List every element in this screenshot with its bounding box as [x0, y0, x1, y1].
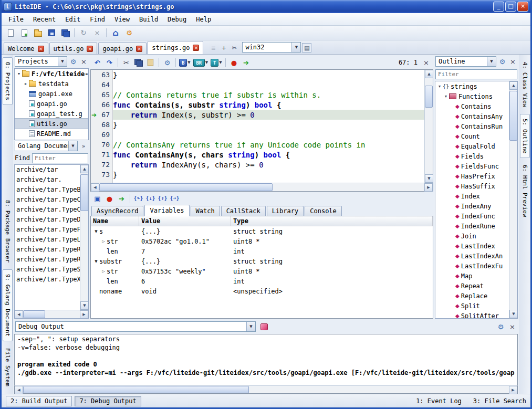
cut-icon[interactable]: ✂ — [121, 57, 132, 68]
scroll-thumb[interactable] — [23, 386, 249, 393]
dock-tab-8-package-browser[interactable]: 8: Package Browser — [3, 195, 13, 267]
outline-item-indexrune[interactable]: ◆IndexRune — [435, 221, 509, 231]
overflow-chevron-icon[interactable]: » — [79, 141, 88, 151]
outline-item-indexfunc[interactable]: ◆IndexFunc — [435, 211, 509, 221]
debug-tab-console[interactable]: Console — [305, 206, 342, 216]
dock-tab-0-projects[interactable]: 0: Projects — [3, 57, 13, 105]
scroll-left-icon[interactable]: ◀ — [91, 183, 99, 192]
outline-combo[interactable]: Outline ▼ — [435, 56, 496, 67]
chevron-down-icon[interactable]: ▼ — [291, 43, 300, 52]
save-all-icon[interactable] — [59, 27, 71, 39]
outline-item-equalfold[interactable]: ◆EqualFold — [435, 141, 509, 151]
godoc-hscrollbar[interactable]: ◀ ▶ — [15, 310, 88, 318]
gear-icon[interactable]: ⚙ — [498, 57, 507, 66]
menu-item-help[interactable]: Help — [191, 14, 216, 25]
copy-icon[interactable] — [133, 57, 144, 68]
scroll-track[interactable] — [80, 173, 88, 301]
godoc-item[interactable]: archive/tar.TypeFifo — [15, 225, 80, 235]
gear-icon[interactable]: ⚙ — [69, 57, 78, 66]
gear-icon[interactable]: ⚙ — [496, 322, 505, 331]
menu-item-recent[interactable]: Recent — [28, 14, 60, 25]
outline-filter-input[interactable] — [435, 69, 517, 79]
target-options-icon[interactable]: ▤ — [302, 43, 311, 53]
menu-item-debug[interactable]: Debug — [163, 14, 191, 25]
code-line-70[interactable]: // ContainsAny returns true if any Unico… — [113, 140, 424, 150]
editor-hscrollbar[interactable]: ◀ ▶ — [91, 183, 433, 191]
godoc-item[interactable]: archive/tar.TypeRe — [15, 245, 80, 255]
menu-item-file[interactable]: File — [4, 14, 28, 25]
godoc-item[interactable]: archive/tar — [15, 165, 80, 175]
project-item-f-vfc-liteide-g[interactable]: ▾F:/vfc/liteide-g — [15, 69, 88, 79]
code-line-66[interactable]: func Contains(s, substr string) bool { — [113, 100, 424, 110]
dock-tab-5-outline[interactable]: 5: Outline — [520, 114, 530, 158]
code-line-68[interactable]: } — [113, 120, 424, 130]
undo-icon[interactable]: ↶ — [92, 57, 103, 68]
project-item-goapi-test-g[interactable]: goapi_test.g — [15, 109, 88, 119]
outline-item-hassuffix[interactable]: ◆HasSuffix — [435, 181, 509, 191]
scroll-left-icon[interactable]: ◀ — [15, 310, 23, 319]
scroll-up-icon[interactable]: ▲ — [80, 165, 89, 173]
editor-vscrollbar[interactable]: ▲ ▼ — [424, 70, 433, 183]
editor-code[interactable]: }// Contains returns true if substr is w… — [113, 70, 424, 183]
column-type[interactable]: Type — [231, 216, 433, 226]
outline-item-index[interactable]: ◆Index — [435, 191, 509, 201]
step-out-icon[interactable]: {↑} — [157, 193, 168, 204]
menu-item-build[interactable]: Build — [134, 14, 163, 25]
tree-arrow-icon[interactable]: ▾ — [16, 71, 22, 76]
split-editor-icon[interactable]: + — [219, 43, 228, 53]
project-item-readme-md[interactable]: README.md — [15, 129, 88, 139]
tab-list-icon[interactable]: ≡ — [208, 43, 218, 53]
menu-item-view[interactable]: View — [110, 14, 134, 25]
menu-item-edit[interactable]: Edit — [60, 14, 85, 25]
outline-item-lastindex[interactable]: ◆LastIndex — [435, 241, 509, 251]
outline-item-indexany[interactable]: ◆IndexAny — [435, 201, 509, 211]
status-build-output-button[interactable]: 2: Build Output — [6, 396, 72, 406]
godoc-item[interactable]: archive/tar.TypeCh — [15, 195, 80, 205]
tree-arrow-icon[interactable]: ▼ — [93, 259, 99, 264]
insert-breakpoint-icon[interactable]: ● — [104, 193, 115, 204]
project-item-testdata[interactable]: ▸testdata — [15, 79, 88, 89]
godoc-filter-input[interactable] — [32, 153, 88, 163]
test-icon[interactable]: T▼ — [210, 57, 223, 68]
save-file-icon[interactable] — [45, 27, 58, 39]
build-config-icon[interactable]: B▼ — [179, 57, 191, 68]
build-run-icon[interactable]: BR▼ — [192, 57, 209, 68]
godoc-combo[interactable]: Golang Document ▼ — [15, 141, 78, 151]
projects-combo[interactable]: Projects ▼ — [15, 56, 67, 67]
outline-item-splitafter[interactable]: ◆SplitAfter — [435, 311, 509, 318]
open-file-icon[interactable] — [18, 27, 30, 39]
redo-icon[interactable]: ↷ — [104, 57, 115, 68]
status-event-log-button[interactable]: 1: Event Log — [416, 397, 462, 405]
variable-row-str-4[interactable]: ▷str0x57153c "weekly"uint8 * — [91, 266, 433, 276]
tree-arrow-icon[interactable]: ▾ — [443, 94, 449, 99]
titlebar[interactable]: L LiteIDE - C:\Go\src\pkg\strings\string… — [2, 0, 530, 13]
editor-tab-strings-go[interactable]: strings.go× — [148, 41, 203, 54]
status-file-search-button[interactable]: 3: File Search — [473, 397, 526, 405]
close-panel-icon[interactable]: × — [79, 57, 88, 66]
godoc-item[interactable]: archive/tar.TypeBlo — [15, 185, 80, 195]
scroll-track[interactable] — [23, 386, 509, 393]
tab-close-icon[interactable]: × — [136, 46, 142, 52]
outline-item-repeat[interactable]: ◆Repeat — [435, 281, 509, 291]
tab-close-icon[interactable]: × — [193, 45, 199, 51]
scroll-down-icon[interactable]: ▼ — [509, 310, 518, 318]
close-file-icon[interactable]: × — [91, 27, 103, 39]
build-target-combo[interactable]: win32 ▼ — [242, 42, 301, 53]
dock-tab-file-system[interactable]: File System — [3, 343, 13, 391]
outline-item-contains[interactable]: ◆Contains — [435, 101, 509, 111]
column-name[interactable]: Name — [91, 216, 139, 226]
outline-item-split[interactable]: ◆Split — [435, 301, 509, 311]
scroll-track[interactable] — [425, 78, 433, 174]
outline-vscrollbar[interactable]: ▲ ▼ — [509, 81, 517, 318]
outline-item-containsrun[interactable]: ◆ContainsRun — [435, 121, 509, 131]
outline-item-fieldsfunc[interactable]: ◆FieldsFunc — [435, 161, 509, 171]
gear-icon[interactable]: ⚙ — [162, 57, 173, 68]
variable-row-s-0[interactable]: ▼s{...}struct string — [91, 226, 433, 236]
outline-item-hasprefix[interactable]: ◆HasPrefix — [435, 171, 509, 181]
options-icon[interactable]: ⚙ — [123, 27, 135, 39]
godoc-item[interactable]: archive/tar.TypeDir — [15, 215, 80, 225]
debug-output-combo[interactable]: Debug Output ▼ — [15, 321, 256, 332]
tab-close-icon[interactable]: × — [87, 46, 93, 52]
code-line-69[interactable] — [113, 130, 424, 140]
code-line-63[interactable]: } — [113, 70, 424, 80]
